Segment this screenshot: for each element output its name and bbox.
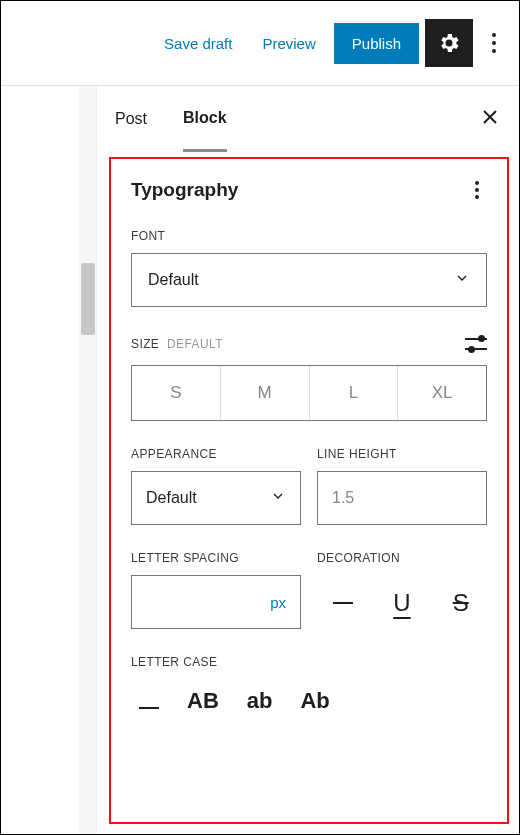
letter-case-lower-button[interactable]: ab — [247, 688, 273, 714]
typography-options-button[interactable] — [467, 181, 487, 199]
publish-button[interactable]: Publish — [334, 23, 419, 64]
tab-block[interactable]: Block — [183, 87, 227, 152]
decoration-strikethrough-button[interactable]: S — [434, 583, 487, 623]
size-default-hint: DEFAULT — [167, 337, 223, 351]
size-option-xl[interactable]: XL — [397, 366, 486, 420]
font-select[interactable]: Default — [131, 253, 487, 307]
decoration-field: DECORATION U S — [317, 551, 487, 629]
more-options-button[interactable] — [479, 33, 509, 53]
letter-spacing-label: LETTER SPACING — [131, 551, 301, 565]
letter-case-label: LETTER CASE — [131, 655, 487, 669]
decoration-underline-button[interactable]: U — [376, 583, 429, 623]
minus-icon — [139, 707, 159, 710]
line-height-input[interactable]: 1.5 — [317, 471, 487, 525]
close-icon — [480, 107, 500, 127]
letter-case-field: LETTER CASE AB ab Ab — [131, 655, 487, 722]
font-value: Default — [148, 271, 199, 289]
strikethrough-icon: S — [453, 589, 469, 617]
minus-icon — [333, 602, 353, 605]
appearance-label: APPEARANCE — [131, 447, 301, 461]
font-field: FONT Default — [131, 229, 487, 307]
size-option-s[interactable]: S — [132, 366, 220, 420]
chevron-down-icon — [270, 488, 286, 508]
underline-icon: U — [393, 589, 410, 617]
settings-button[interactable] — [425, 19, 473, 67]
line-height-field: LINE HEIGHT 1.5 — [317, 447, 487, 525]
letter-case-capitalize-button[interactable]: Ab — [300, 688, 329, 714]
decoration-none-button[interactable] — [317, 583, 370, 623]
letter-spacing-field: LETTER SPACING px — [131, 551, 301, 629]
decoration-label: DECORATION — [317, 551, 487, 565]
letter-case-none-button[interactable] — [139, 685, 159, 716]
line-height-label: LINE HEIGHT — [317, 447, 487, 461]
appearance-field: APPEARANCE Default — [131, 447, 301, 525]
size-option-m[interactable]: M — [220, 366, 309, 420]
editor-topbar: Save draft Preview Publish — [1, 1, 519, 85]
appearance-select[interactable]: Default — [131, 471, 301, 525]
size-field: SIZE DEFAULT S M L XL — [131, 333, 487, 421]
scrollbar-thumb[interactable] — [81, 263, 95, 335]
size-options: S M L XL — [131, 365, 487, 421]
preview-button[interactable]: Preview — [250, 25, 327, 62]
font-label: FONT — [131, 229, 487, 243]
line-height-placeholder: 1.5 — [332, 489, 354, 507]
close-sidebar-button[interactable] — [480, 107, 500, 131]
letter-case-upper-button[interactable]: AB — [187, 688, 219, 714]
typography-panel: Typography FONT Default SIZE DEFAULT — [109, 157, 509, 824]
save-draft-button[interactable]: Save draft — [152, 25, 244, 62]
size-option-l[interactable]: L — [309, 366, 398, 420]
gear-icon — [437, 31, 461, 55]
scrollbar-track[interactable] — [79, 86, 97, 834]
chevron-down-icon — [454, 270, 470, 290]
tab-post[interactable]: Post — [115, 88, 147, 150]
sidebar-tabs: Post Block — [97, 86, 518, 152]
custom-size-toggle[interactable] — [465, 333, 487, 355]
appearance-value: Default — [146, 489, 197, 507]
letter-spacing-input[interactable]: px — [131, 575, 301, 629]
panel-title: Typography — [131, 179, 238, 201]
letter-spacing-unit[interactable]: px — [270, 594, 286, 611]
size-label: SIZE DEFAULT — [131, 337, 223, 351]
